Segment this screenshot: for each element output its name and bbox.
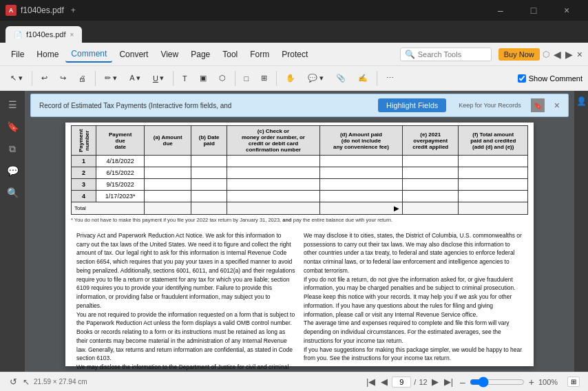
highlight-fields-btn[interactable]: Highlight Fields bbox=[378, 98, 446, 112]
suggestions-para: If you have suggestions for making this … bbox=[304, 346, 523, 363]
textbox-tool[interactable]: ▣ bbox=[195, 71, 211, 85]
pen-tool[interactable]: ✏ ▾ bbox=[100, 71, 122, 85]
search-box[interactable]: 🔍 bbox=[400, 47, 492, 61]
layers-icon[interactable]: ⧉ bbox=[4, 140, 21, 157]
redo-btn[interactable]: ↪ bbox=[55, 71, 71, 85]
last-page-btn[interactable]: ▶| bbox=[443, 377, 454, 387]
total-pages: 12 bbox=[419, 378, 427, 386]
row-1-date[interactable]: 4/18/2022 bbox=[96, 156, 145, 167]
row-3-c[interactable] bbox=[227, 179, 320, 191]
no-return-para: If you do not file a return, do not give… bbox=[304, 275, 523, 293]
text-tool[interactable]: T bbox=[178, 72, 192, 85]
area-tool[interactable]: ⊞ bbox=[256, 71, 272, 85]
print-btn[interactable]: 🖨 bbox=[74, 72, 91, 85]
tab-close-btn[interactable]: × bbox=[70, 31, 74, 39]
status-right: – + 100% ⊞ bbox=[460, 377, 580, 388]
row-4-f[interactable] bbox=[459, 191, 528, 202]
menu-tool[interactable]: Tool bbox=[217, 47, 243, 62]
shape-tool[interactable]: □ bbox=[240, 72, 254, 85]
row-3-f[interactable] bbox=[459, 179, 528, 191]
zoom-slider[interactable] bbox=[470, 377, 525, 388]
show-comment-area: Show Comment bbox=[518, 74, 582, 83]
menu-convert[interactable]: Convert bbox=[114, 47, 154, 62]
row-1-e[interactable] bbox=[403, 156, 459, 167]
menu-view[interactable]: View bbox=[155, 47, 184, 62]
maximize-btn[interactable]: □ bbox=[518, 0, 549, 21]
row-4-date[interactable]: 1/17/2023* bbox=[96, 191, 145, 202]
minimize-btn[interactable]: – bbox=[485, 0, 516, 21]
total-a[interactable] bbox=[145, 202, 191, 215]
window-controls[interactable]: – □ × bbox=[485, 0, 582, 21]
menu-comment[interactable]: Comment bbox=[65, 46, 112, 63]
row-2-f[interactable] bbox=[459, 167, 528, 179]
buy-now-btn[interactable]: Buy Now bbox=[498, 48, 540, 61]
menu-file[interactable]: File bbox=[6, 47, 30, 62]
row-4-a[interactable] bbox=[145, 191, 191, 202]
close-btn[interactable]: × bbox=[551, 0, 582, 21]
back-btn[interactable]: ◀ bbox=[554, 49, 561, 60]
zoom-in-btn[interactable]: + bbox=[529, 377, 534, 388]
row-2-a[interactable] bbox=[145, 167, 191, 179]
menu-page[interactable]: Page bbox=[185, 47, 216, 62]
total-arrow[interactable]: ▶ bbox=[394, 204, 399, 212]
hand-tool[interactable]: ✋ bbox=[281, 71, 300, 85]
first-page-btn[interactable]: |◀ bbox=[365, 377, 377, 387]
row-1-f[interactable] bbox=[459, 156, 528, 167]
menu-form[interactable]: Form bbox=[244, 47, 275, 62]
row-1-a[interactable] bbox=[145, 156, 191, 167]
row-1-c[interactable] bbox=[227, 156, 320, 167]
total-f[interactable] bbox=[459, 202, 528, 215]
comments-icon[interactable]: 💬 bbox=[4, 162, 21, 179]
row-4-e[interactable] bbox=[403, 191, 459, 202]
row-3-d[interactable] bbox=[319, 179, 402, 191]
row-3-a[interactable] bbox=[145, 179, 191, 191]
row-3-b[interactable] bbox=[191, 179, 227, 191]
highlight-tool[interactable]: A ▾ bbox=[125, 71, 145, 85]
more-tool[interactable]: ⋯ bbox=[381, 71, 399, 85]
row-2-e[interactable] bbox=[403, 167, 459, 179]
forward-btn[interactable]: ▶ bbox=[565, 49, 573, 60]
sign-tool[interactable]: ✍ bbox=[353, 71, 372, 85]
notice-close-btn[interactable]: × bbox=[554, 100, 560, 111]
disclose-cities-para: We may disclose it to cities, states, th… bbox=[304, 231, 523, 275]
row-2-b[interactable] bbox=[191, 167, 227, 179]
cursor-tool[interactable]: ↖ ▾ bbox=[6, 71, 28, 85]
new-tab-btn[interactable]: + bbox=[68, 6, 78, 15]
total-b[interactable] bbox=[191, 202, 227, 215]
search-panel-icon[interactable]: 🔍 bbox=[4, 184, 21, 201]
row-2-d[interactable] bbox=[319, 167, 402, 179]
show-comment-checkbox[interactable] bbox=[518, 74, 526, 83]
page-input[interactable] bbox=[392, 377, 411, 388]
underline-tool[interactable]: U ▾ bbox=[148, 71, 169, 85]
thumbnails-icon[interactable]: ☰ bbox=[4, 96, 21, 113]
row-4-c[interactable] bbox=[227, 191, 320, 202]
menu-protect[interactable]: Protect bbox=[276, 47, 313, 62]
row-3-date[interactable]: 9/15/2022 bbox=[96, 179, 145, 191]
right-panel-icon-1[interactable]: 👤 bbox=[576, 96, 587, 106]
row-4-d[interactable] bbox=[319, 191, 402, 202]
undo-btn[interactable]: ↩ bbox=[36, 71, 52, 85]
menu-home[interactable]: Home bbox=[31, 47, 64, 62]
fit-page-btn[interactable]: ⊞ bbox=[567, 377, 580, 387]
total-e[interactable] bbox=[403, 202, 459, 215]
search-input[interactable] bbox=[418, 50, 487, 59]
rotate-btn[interactable]: ↺ bbox=[8, 377, 19, 387]
row-2-date[interactable]: 6/15/2022 bbox=[96, 167, 145, 179]
total-c[interactable] bbox=[227, 202, 320, 215]
stamp-tool[interactable]: ⬡ bbox=[214, 71, 231, 85]
attach-tool[interactable]: 📎 bbox=[331, 71, 350, 85]
row-1-d[interactable] bbox=[319, 156, 402, 167]
row-3-e[interactable] bbox=[403, 179, 459, 191]
row-4-b[interactable] bbox=[191, 191, 227, 202]
bookmarks-icon[interactable]: 🔖 bbox=[4, 118, 21, 135]
row-1-b[interactable] bbox=[191, 156, 227, 167]
prev-page-btn[interactable]: ◀ bbox=[379, 377, 389, 387]
zoom-out-btn[interactable]: – bbox=[460, 377, 465, 388]
row-2-c[interactable] bbox=[227, 167, 320, 179]
cursor-mode-btn[interactable]: ↖ bbox=[23, 377, 30, 387]
close-window-btn[interactable]: × bbox=[577, 49, 582, 60]
comment-tool[interactable]: 💬 ▾ bbox=[303, 71, 328, 85]
next-page-btn[interactable]: ▶ bbox=[430, 377, 440, 387]
tab-f1040es[interactable]: 📄 f1040es.pdf × bbox=[6, 26, 82, 43]
total-d[interactable]: ▶ bbox=[319, 202, 402, 215]
